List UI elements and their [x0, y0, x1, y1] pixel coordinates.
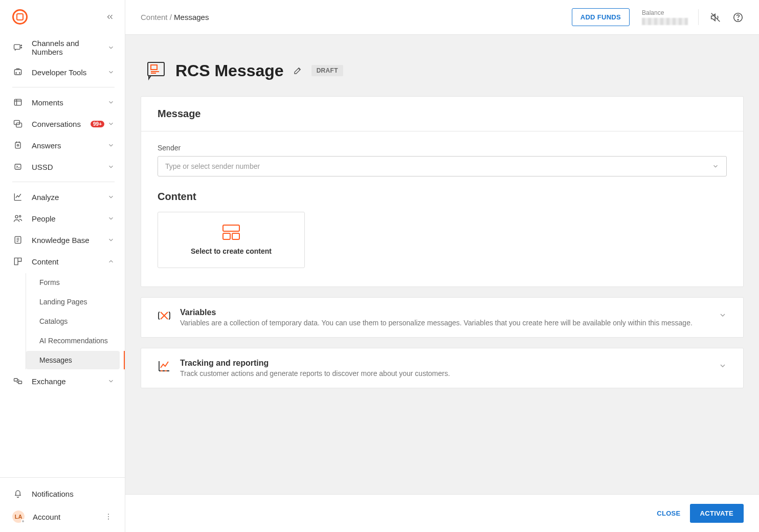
add-funds-button[interactable]: ADD FUNDS: [572, 8, 630, 26]
sidebar-label: Answers: [32, 141, 107, 150]
sender-select[interactable]: Type or select sender number: [158, 156, 727, 176]
chevron-down-icon: [719, 311, 727, 319]
variables-title: Variables: [180, 308, 709, 317]
variables-toggle[interactable]: Variables Variables are a collection of …: [141, 298, 743, 337]
layout-icon: [222, 225, 240, 240]
analyze-icon: [12, 191, 24, 203]
sidebar-label: Moments: [32, 98, 107, 107]
devtools-icon: [12, 66, 24, 78]
balance-block: Balance: [642, 9, 699, 25]
conversations-badge: 99+: [91, 121, 104, 127]
sidebar-item-answers[interactable]: Answers: [7, 135, 120, 156]
answers-icon: [12, 140, 24, 151]
breadcrumb-parent[interactable]: Content: [141, 13, 168, 21]
sidebar-label: Analyze: [32, 193, 107, 202]
content-header: Content: [158, 191, 727, 203]
chevron-down-icon: [107, 236, 115, 243]
sidebar-label: Account: [33, 513, 104, 521]
sidebar-subitem-ai-recommendations[interactable]: AI Recommendations: [26, 331, 120, 350]
svg-rect-7: [15, 142, 20, 148]
sidebar-label: Knowledge Base: [32, 236, 107, 245]
sidebar-item-account[interactable]: LA Account: [7, 505, 118, 528]
svg-point-17: [108, 519, 109, 520]
sidebar-item-conversations[interactable]: Conversations 99+: [7, 113, 120, 135]
svg-rect-14: [18, 381, 22, 384]
svg-rect-13: [14, 379, 18, 381]
moments-icon: [12, 97, 24, 108]
panel-title: Message: [158, 108, 727, 120]
conversations-icon: [12, 118, 24, 129]
sidebar-item-content[interactable]: Content: [7, 251, 120, 272]
content-icon: [12, 256, 24, 267]
variables-description: Variables are a collection of temporary …: [180, 319, 709, 327]
help-icon[interactable]: [732, 12, 744, 23]
sidebar-subitem-landing-pages[interactable]: Landing Pages: [26, 293, 120, 311]
sidebar-label: Channels and Numbers: [32, 39, 107, 56]
create-content-card[interactable]: Select to create content: [158, 212, 305, 268]
message-panel: Message Sender Type or select sender num…: [141, 96, 744, 287]
sidebar-item-notifications[interactable]: Notifications: [7, 482, 118, 505]
sidebar-subitem-catalogs[interactable]: Catalogs: [26, 312, 120, 330]
chevron-down-icon: [712, 163, 719, 170]
chevron-down-icon: [107, 120, 115, 127]
balance-label: Balance: [642, 9, 688, 16]
sidebar-subitem-forms[interactable]: Forms: [26, 273, 120, 292]
svg-rect-23: [223, 233, 230, 239]
topbar: Content / Messages ADD FUNDS Balance: [125, 0, 759, 35]
sidebar-item-analyze[interactable]: Analyze: [7, 186, 120, 208]
svg-point-1: [21, 45, 22, 46]
tracking-toggle[interactable]: Tracking and reporting Track customer ac…: [141, 348, 743, 388]
chevron-down-icon: [107, 69, 115, 76]
sender-placeholder: Type or select sender number: [165, 162, 260, 170]
sidebar-label: USSD: [32, 163, 107, 171]
activate-button[interactable]: ACTIVATE: [690, 504, 744, 523]
edit-icon[interactable]: [293, 66, 302, 75]
sidebar-item-people[interactable]: People: [7, 208, 120, 229]
sidebar-label: Exchange: [32, 377, 107, 386]
sidebar-item-exchange[interactable]: Exchange: [7, 370, 120, 392]
chevron-down-icon: [107, 215, 115, 222]
svg-point-16: [108, 516, 109, 517]
chevron-down-icon: [107, 99, 115, 106]
sidebar-item-knowledge-base[interactable]: Knowledge Base: [7, 229, 120, 251]
brand-logo[interactable]: [12, 9, 28, 25]
status-badge: DRAFT: [311, 65, 343, 76]
sidebar-label: Content: [32, 257, 107, 266]
chevron-down-icon: [107, 142, 115, 149]
sidebar-subitem-messages[interactable]: Messages: [26, 351, 120, 369]
chevron-down-icon: [107, 193, 115, 201]
svg-rect-6: [16, 123, 22, 127]
sidebar-label: Developer Tools: [32, 68, 107, 77]
bell-icon: [12, 488, 24, 499]
message-type-icon: [146, 60, 166, 81]
more-icon[interactable]: [104, 513, 113, 521]
svg-point-10: [15, 215, 18, 218]
chevron-up-icon: [107, 258, 115, 265]
chevron-down-icon: [107, 163, 115, 170]
sidebar-item-devtools[interactable]: Developer Tools: [7, 61, 120, 83]
svg-point-11: [19, 215, 21, 217]
sidebar-item-ussd[interactable]: USSD: [7, 156, 120, 178]
exchange-icon: [12, 375, 24, 387]
sidebar-item-channels[interactable]: Channels and Numbers: [7, 34, 120, 61]
sidebar-item-moments[interactable]: Moments: [7, 92, 120, 113]
svg-rect-4: [14, 99, 21, 105]
sidebar-nav: Channels and Numbers Developer Tools Mom…: [0, 34, 125, 477]
people-icon: [12, 213, 24, 224]
chevron-down-icon: [107, 378, 115, 385]
svg-rect-0: [14, 45, 20, 49]
channels-icon: [12, 42, 24, 53]
collapse-sidebar-icon[interactable]: [105, 12, 115, 21]
close-button[interactable]: CLOSE: [657, 509, 680, 517]
sidebar: Channels and Numbers Developer Tools Mom…: [0, 0, 125, 532]
svg-rect-5: [14, 120, 20, 124]
balance-value-blurred: [642, 18, 688, 25]
breadcrumb-current: Messages: [174, 13, 209, 21]
knowledge-icon: [12, 234, 24, 246]
footer-bar: CLOSE ACTIVATE: [125, 494, 759, 532]
page-header: RCS Message DRAFT: [125, 35, 759, 96]
mute-icon[interactable]: [710, 12, 721, 23]
ussd-icon: [12, 161, 24, 172]
sidebar-label: Notifications: [32, 490, 113, 498]
avatar: LA: [12, 511, 25, 523]
